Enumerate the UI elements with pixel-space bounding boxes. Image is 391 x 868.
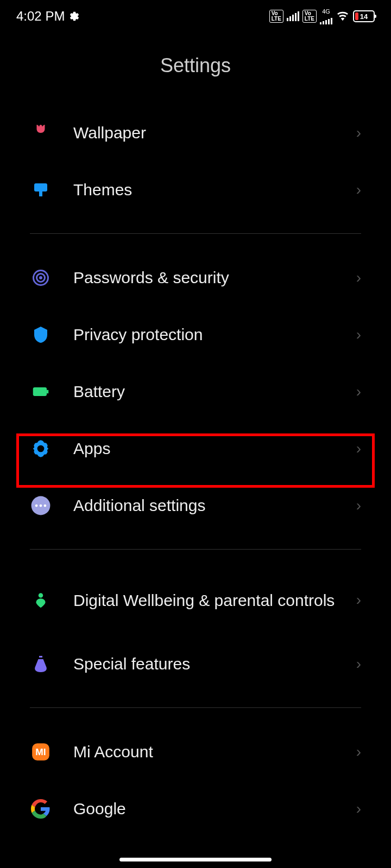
settings-list: Wallpaper › Themes › Passwords & securit… <box>0 104 391 837</box>
svg-point-10 <box>44 504 47 507</box>
item-label: Wallpaper <box>73 122 356 143</box>
svg-text:MI: MI <box>35 746 46 757</box>
chevron-right-icon: › <box>356 383 361 400</box>
settings-item-special[interactable]: Special features › <box>0 635 391 692</box>
gear-icon <box>30 438 52 459</box>
divider <box>30 549 361 550</box>
settings-item-additional[interactable]: Additional settings › <box>0 477 391 534</box>
shield-icon <box>30 324 52 346</box>
chevron-right-icon: › <box>356 497 361 514</box>
divider <box>30 707 361 708</box>
google-icon <box>30 798 52 820</box>
more-icon <box>30 495 52 516</box>
settings-item-privacy[interactable]: Privacy protection › <box>0 306 391 363</box>
svg-point-9 <box>40 504 42 507</box>
chevron-right-icon: › <box>356 743 361 761</box>
item-label: Mi Account <box>73 741 356 762</box>
svg-point-11 <box>39 593 43 598</box>
item-label: Privacy protection <box>73 324 356 345</box>
settings-item-passwords[interactable]: Passwords & security › <box>0 249 391 306</box>
battery-icon <box>30 381 52 403</box>
settings-item-wallpaper[interactable]: Wallpaper › <box>0 104 391 161</box>
svg-point-4 <box>40 277 42 278</box>
battery-icon: 14 <box>353 10 375 22</box>
chevron-right-icon: › <box>356 181 361 199</box>
svg-point-8 <box>35 504 38 507</box>
chevron-right-icon: › <box>356 326 361 343</box>
settings-item-apps[interactable]: Apps › <box>0 420 391 477</box>
person-heart-icon <box>30 589 52 611</box>
chevron-right-icon: › <box>356 800 361 818</box>
mi-icon: MI <box>30 741 52 763</box>
volte-icon-2: VoLTE <box>302 10 317 23</box>
wifi-icon <box>336 10 350 22</box>
chevron-right-icon: › <box>356 655 361 673</box>
item-label: Apps <box>73 438 356 459</box>
item-label: Additional settings <box>73 495 356 516</box>
home-indicator[interactable] <box>119 858 272 861</box>
svg-rect-1 <box>39 192 42 196</box>
divider <box>30 233 361 234</box>
settings-item-wellbeing[interactable]: Digital Wellbeing & parental controls › <box>0 565 391 635</box>
network-indicator: 4G <box>320 9 332 24</box>
item-label: Digital Wellbeing & parental controls <box>73 590 356 611</box>
brush-icon <box>30 179 52 201</box>
chevron-right-icon: › <box>356 440 361 457</box>
svg-rect-6 <box>47 390 48 393</box>
chevron-right-icon: › <box>356 124 361 142</box>
chevron-right-icon: › <box>356 269 361 286</box>
settings-item-miaccount[interactable]: MI Mi Account › <box>0 723 391 780</box>
chevron-right-icon: › <box>356 591 361 609</box>
settings-running-icon <box>69 11 80 22</box>
status-right: VoLTE VoLTE 4G 14 <box>269 9 375 24</box>
svg-rect-5 <box>33 387 47 396</box>
tulip-icon <box>30 122 52 144</box>
status-bar: 4:02 PM VoLTE VoLTE 4G <box>0 0 391 33</box>
volte-icon: VoLTE <box>269 10 283 23</box>
settings-item-themes[interactable]: Themes › <box>0 161 391 218</box>
settings-item-battery[interactable]: Battery › <box>0 363 391 420</box>
settings-item-google[interactable]: Google › <box>0 780 391 837</box>
item-label: Passwords & security <box>73 267 356 288</box>
item-label: Special features <box>73 653 356 674</box>
page-title: Settings <box>0 33 391 104</box>
item-label: Themes <box>73 179 356 200</box>
item-label: Google <box>73 798 356 819</box>
clock: 4:02 PM <box>16 9 65 24</box>
svg-rect-0 <box>34 183 47 192</box>
item-label: Battery <box>73 381 356 402</box>
signal-bars-icon <box>287 11 299 21</box>
fingerprint-icon <box>30 267 52 289</box>
flask-icon <box>30 653 52 675</box>
status-left: 4:02 PM <box>16 9 80 24</box>
